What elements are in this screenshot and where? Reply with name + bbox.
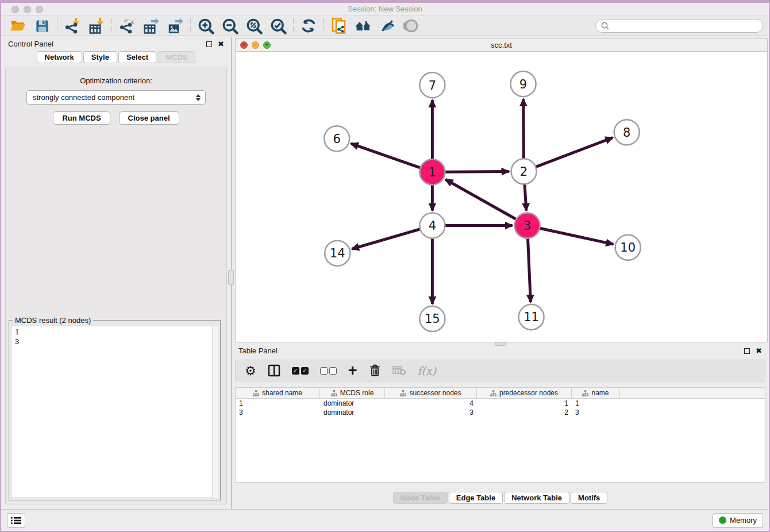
home-button[interactable]	[351, 17, 375, 35]
edge-3-1[interactable]	[445, 179, 516, 219]
hide-panel-button[interactable]	[375, 17, 399, 35]
table-body: 1dominator4113dominator323	[236, 399, 765, 417]
cell-MCDS-role[interactable]: dominator	[320, 399, 385, 408]
edge-3-11[interactable]	[528, 238, 531, 302]
network-canvas[interactable]: 7968124314101511	[236, 52, 767, 342]
table-panel-title: Table Panel	[238, 346, 278, 355]
edge-1-2[interactable]	[445, 172, 509, 172]
column-header-MCDS-role[interactable]: MCDS role	[320, 388, 385, 398]
edge-3-10[interactable]	[540, 228, 613, 244]
cell-name[interactable]: 1	[572, 399, 620, 408]
export-network-button[interactable]	[115, 17, 139, 35]
float-panel-icon[interactable]	[206, 41, 212, 47]
table-row[interactable]: 1dominator411	[236, 399, 765, 408]
criterion-select[interactable]: strongly connected component	[26, 90, 206, 105]
edge-1-6[interactable]	[351, 144, 421, 168]
save-session-button[interactable]	[30, 17, 54, 35]
add-column-icon[interactable]: +	[348, 365, 357, 376]
memory-label: Memory	[730, 516, 757, 525]
save-session-icon	[34, 18, 50, 34]
edge-2-9[interactable]	[523, 99, 524, 159]
clone-network-button[interactable]	[327, 17, 351, 35]
column-header-predecessor-nodes[interactable]: predecessor nodes	[477, 388, 572, 398]
network-maximize-button[interactable]: +	[263, 41, 271, 49]
window-close-button[interactable]	[11, 6, 19, 13]
zoom-selected-button[interactable]	[266, 17, 290, 35]
mcds-result-title: MCDS result (2 nodes)	[13, 316, 93, 325]
network-graph[interactable]: 7968124314101511	[236, 52, 767, 342]
window-zoom-button[interactable]	[36, 6, 43, 13]
edge-4-14[interactable]	[352, 229, 420, 249]
function-builder-icon[interactable]: f(x)	[418, 364, 437, 377]
cell-shared-name[interactable]: 3	[236, 408, 320, 417]
export-image-button[interactable]	[163, 17, 187, 35]
memory-button[interactable]: Memory	[713, 513, 763, 528]
table-row[interactable]: 3dominator323	[236, 408, 765, 417]
select-all-icon[interactable]: ✓✓	[292, 367, 309, 375]
cell-predecessor-nodes[interactable]: 1	[477, 399, 572, 408]
vertical-splitter-handle[interactable]	[228, 270, 234, 285]
close-panel-button[interactable]: Close panel	[119, 111, 179, 125]
hierarchy-icon	[331, 390, 337, 396]
close-panel-icon[interactable]: ✖	[218, 41, 224, 47]
result-line: 1	[15, 327, 214, 337]
tab-edge-table[interactable]: Edge Table	[449, 492, 503, 504]
tab-mcds[interactable]: MCDS	[157, 51, 195, 63]
clear-selection-icon[interactable]	[320, 367, 337, 375]
column-header-shared-name[interactable]: shared name	[236, 388, 320, 398]
delete-column-icon[interactable]	[369, 364, 381, 377]
tab-network-table[interactable]: Network Table	[504, 492, 569, 504]
import-network-button[interactable]	[60, 17, 84, 35]
close-table-panel-icon[interactable]: ✖	[756, 348, 762, 354]
export-table-icon	[143, 17, 160, 34]
zoom-fit-button[interactable]	[242, 17, 266, 35]
task-history-button[interactable]	[7, 513, 25, 528]
node-label-14: 14	[330, 246, 345, 260]
run-mcds-button[interactable]: Run MCDS	[53, 111, 110, 125]
cell-successor-nodes[interactable]: 4	[385, 399, 477, 408]
import-table-button[interactable]	[84, 17, 109, 35]
column-label: name	[591, 389, 609, 397]
horizontal-splitter-handle[interactable]	[495, 342, 506, 346]
delete-table-icon[interactable]	[392, 365, 406, 376]
tab-motifs[interactable]: Motifs	[571, 492, 607, 504]
export-table-button[interactable]	[139, 17, 163, 35]
cell-successor-nodes[interactable]: 3	[385, 408, 477, 417]
zoom-out-button[interactable]	[218, 17, 242, 35]
search-input[interactable]	[613, 22, 758, 30]
search-box[interactable]	[595, 19, 763, 33]
tab-select[interactable]: Select	[118, 51, 156, 63]
edge-2-3[interactable]	[525, 184, 526, 210]
zoom-in-button[interactable]	[194, 17, 218, 35]
column-header-successor-nodes[interactable]: successor nodes	[385, 388, 477, 398]
column-header-name[interactable]: name	[572, 388, 620, 398]
home-icon	[354, 17, 372, 34]
table-panel: Table Panel ✖ ⚙ ✓✓ +	[232, 344, 769, 509]
window-minimize-button[interactable]	[24, 6, 31, 13]
hierarchy-icon	[490, 390, 496, 396]
preview-button[interactable]	[399, 17, 424, 35]
cell-shared-name[interactable]: 1	[236, 399, 320, 408]
cell-name[interactable]: 3	[572, 408, 620, 417]
network-minimize-button[interactable]: −	[252, 41, 259, 49]
cell-predecessor-nodes[interactable]: 2	[477, 408, 572, 417]
cell-MCDS-role[interactable]: dominator	[320, 408, 385, 417]
node-label-1: 1	[429, 165, 436, 179]
refresh-button[interactable]	[297, 17, 321, 35]
tab-node-table[interactable]: Node Table	[393, 492, 448, 504]
open-file-button[interactable]	[6, 17, 30, 35]
table-settings-icon[interactable]: ⚙	[245, 364, 256, 378]
network-window-titlebar: ✕ − + scc.txt	[236, 39, 767, 52]
edge-2-8[interactable]	[536, 138, 613, 167]
tab-style[interactable]: Style	[83, 51, 117, 63]
result-scrollbar[interactable]	[212, 326, 218, 498]
mcds-result-text[interactable]: 13	[11, 326, 218, 498]
tab-network[interactable]: Network	[37, 51, 82, 63]
memory-status-icon	[719, 516, 726, 524]
hierarchy-icon	[253, 390, 259, 396]
control-panel-title: Control Panel	[8, 40, 53, 48]
toolbar-separator	[324, 18, 324, 33]
show-columns-icon[interactable]	[268, 364, 280, 377]
float-table-panel-icon[interactable]	[744, 348, 750, 354]
network-close-button[interactable]: ✕	[240, 41, 248, 49]
